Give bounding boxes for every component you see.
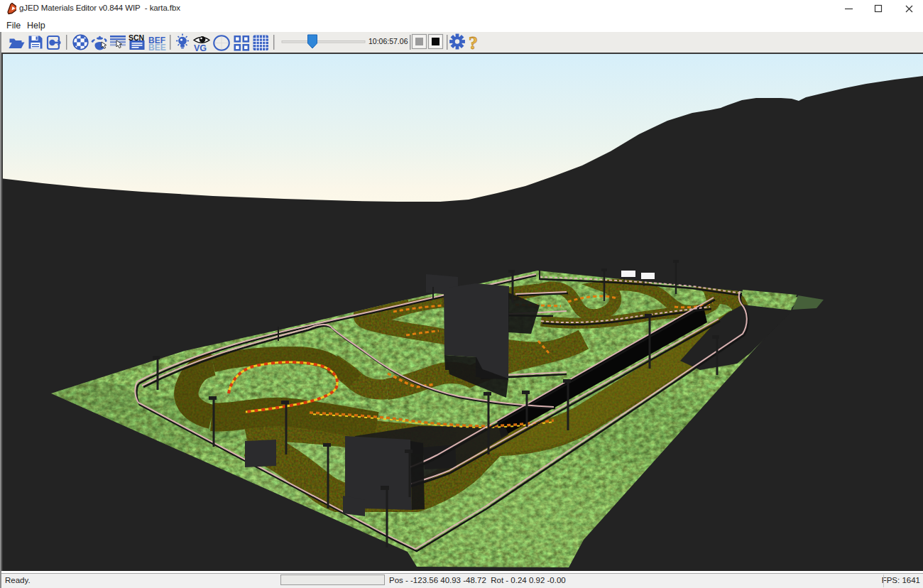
svg-text:?: ?	[469, 33, 478, 53]
svg-text:BEE: BEE	[148, 43, 166, 53]
svg-text:VG: VG	[194, 43, 207, 53]
